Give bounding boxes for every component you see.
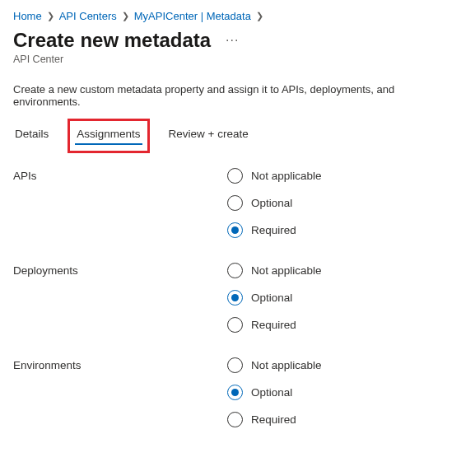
radio-apis-na[interactable]: Not applicable [227, 168, 462, 184]
radio-label: Required [251, 413, 296, 426]
radio-deployments-optional[interactable]: Optional [227, 290, 462, 306]
radio-apis-optional[interactable]: Optional [227, 195, 462, 211]
tab-review-create[interactable]: Review + create [167, 123, 250, 147]
group-label-environments: Environments [13, 357, 227, 427]
breadcrumb-link-home[interactable]: Home [13, 10, 42, 22]
radio-environments-na[interactable]: Not applicable [227, 357, 462, 373]
radio-icon [227, 317, 243, 333]
breadcrumb: Home ❯ API Centers ❯ MyAPICenter | Metad… [13, 10, 462, 22]
radio-label: Not applicable [251, 359, 322, 371]
group-label-apis: APIs [13, 168, 227, 238]
chevron-right-icon: ❯ [256, 11, 263, 21]
radio-group-apis: Not applicable Optional Required [227, 168, 462, 238]
chevron-right-icon: ❯ [47, 11, 54, 21]
tab-assignments[interactable]: Assignments [75, 123, 142, 147]
radio-label: Required [251, 319, 296, 331]
tab-details[interactable]: Details [13, 123, 50, 147]
breadcrumb-link-current[interactable]: MyAPICenter | Metadata [134, 10, 251, 22]
radio-environments-optional[interactable]: Optional [227, 385, 462, 400]
radio-label: Not applicable [251, 170, 322, 182]
radio-icon [227, 168, 243, 184]
highlight-annotation: Assignments [68, 119, 149, 153]
radio-group-deployments: Not applicable Optional Required [227, 263, 462, 333]
radio-label: Required [251, 224, 296, 236]
page-subtitle: API Center [13, 54, 462, 65]
radio-icon [227, 263, 243, 278]
radio-label: Not applicable [251, 264, 322, 277]
radio-environments-required[interactable]: Required [227, 412, 462, 427]
page-description: Create a new custom metadata property an… [13, 83, 462, 108]
radio-icon [227, 222, 243, 238]
page-title: Create new metadata [13, 29, 211, 52]
radio-icon [227, 412, 243, 427]
chevron-right-icon: ❯ [122, 11, 129, 21]
radio-icon [227, 195, 243, 211]
assignments-grid: APIs Not applicable Optional Required De… [13, 168, 462, 427]
radio-icon [227, 290, 243, 306]
group-label-deployments: Deployments [13, 263, 227, 333]
radio-group-environments: Not applicable Optional Required [227, 357, 462, 427]
radio-label: Optional [251, 197, 292, 209]
tab-bar: Details Assignments Review + create [13, 123, 462, 147]
radio-icon [227, 357, 243, 373]
radio-deployments-na[interactable]: Not applicable [227, 263, 462, 278]
breadcrumb-link-api-centers[interactable]: API Centers [59, 10, 117, 22]
radio-apis-required[interactable]: Required [227, 222, 462, 238]
radio-label: Optional [251, 292, 292, 304]
more-actions-button[interactable]: ··· [221, 31, 244, 49]
radio-icon [227, 385, 243, 400]
radio-label: Optional [251, 386, 292, 399]
radio-deployments-required[interactable]: Required [227, 317, 462, 333]
